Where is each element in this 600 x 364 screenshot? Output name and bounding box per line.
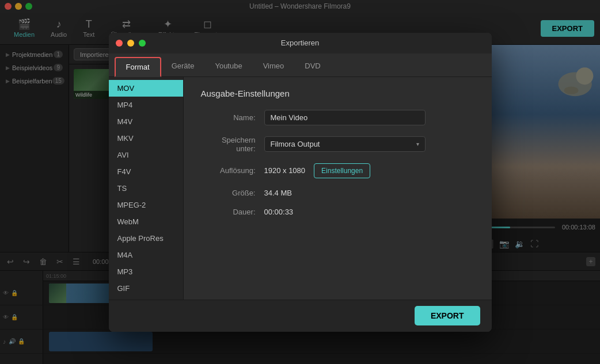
format-item-gif[interactable]: GIF: [109, 280, 183, 297]
format-item-mp4[interactable]: MP4: [109, 97, 183, 113]
speichern-value: Filmora Output: [271, 140, 416, 148]
speichern-select[interactable]: Filmora Output ▾: [264, 136, 426, 152]
dialog-min-button[interactable]: [127, 40, 134, 47]
format-list: MOV MP4 M4V MKV AVI F4V TS MPEG-2 WebM A…: [109, 77, 184, 300]
dialog-title: Exportieren: [281, 39, 319, 47]
einstellungen-button[interactable]: Einstellungen: [314, 163, 370, 178]
dialog-close-button[interactable]: [116, 40, 123, 47]
tab-vimeo[interactable]: Vimeo: [253, 57, 295, 76]
format-item-mkv[interactable]: MKV: [109, 130, 183, 147]
dialog-tabs: Format Geräte Youtube Vimeo DVD: [109, 53, 492, 77]
aufloesung-value: 1920 x 1080: [264, 166, 306, 175]
dialog-footer: EXPORT: [109, 300, 492, 332]
name-label: Name:: [201, 113, 264, 122]
dialog-titlebar: Exportieren: [109, 33, 492, 53]
groesse-label: Größe:: [201, 189, 264, 197]
setting-row-speichern: Speichern unter: Filmora Output ▾: [201, 136, 474, 153]
export-dialog-button[interactable]: EXPORT: [415, 306, 480, 325]
tab-youtube[interactable]: Youtube: [204, 57, 252, 76]
format-item-mov[interactable]: MOV: [109, 80, 183, 97]
tab-geraete[interactable]: Geräte: [161, 57, 205, 76]
tab-dvd[interactable]: DVD: [294, 57, 331, 76]
dauer-label: Dauer:: [201, 208, 264, 216]
speichern-label: Speichern unter:: [201, 136, 264, 153]
format-item-mpeg2[interactable]: MPEG-2: [109, 197, 183, 213]
setting-row-name: Name:: [201, 110, 474, 125]
dauer-value: 00:00:33: [264, 208, 294, 216]
setting-row-aufloesung: Auflösung: 1920 x 1080 Einstellungen: [201, 163, 474, 178]
settings-title: Ausgabe-Einstellungen: [201, 89, 474, 98]
export-dialog: Exportieren Format Geräte Youtube Vimeo …: [109, 33, 492, 332]
format-item-ts[interactable]: TS: [109, 180, 183, 197]
aufloesung-label: Auflösung:: [201, 166, 264, 175]
format-item-webm[interactable]: WebM: [109, 213, 183, 230]
select-arrow-icon: ▾: [416, 141, 419, 147]
format-item-m4v[interactable]: M4V: [109, 113, 183, 130]
setting-row-groesse: Größe: 34.4 MB: [201, 189, 474, 197]
setting-row-dauer: Dauer: 00:00:33: [201, 208, 474, 216]
name-input[interactable]: [264, 110, 426, 125]
tab-format[interactable]: Format: [115, 57, 161, 77]
format-item-mp3[interactable]: MP3: [109, 263, 183, 280]
format-settings: Ausgabe-Einstellungen Name: Speichern un…: [184, 77, 492, 300]
dialog-max-button[interactable]: [139, 40, 146, 47]
dialog-body: MOV MP4 M4V MKV AVI F4V TS MPEG-2 WebM A…: [109, 77, 492, 300]
format-item-avi[interactable]: AVI: [109, 147, 183, 163]
groesse-value: 34.4 MB: [264, 189, 292, 197]
format-item-appleprores[interactable]: Apple ProRes: [109, 230, 183, 247]
format-item-m4a[interactable]: M4A: [109, 247, 183, 263]
dialog-overlay: Exportieren Format Geräte Youtube Vimeo …: [0, 0, 600, 364]
format-item-f4v[interactable]: F4V: [109, 163, 183, 180]
